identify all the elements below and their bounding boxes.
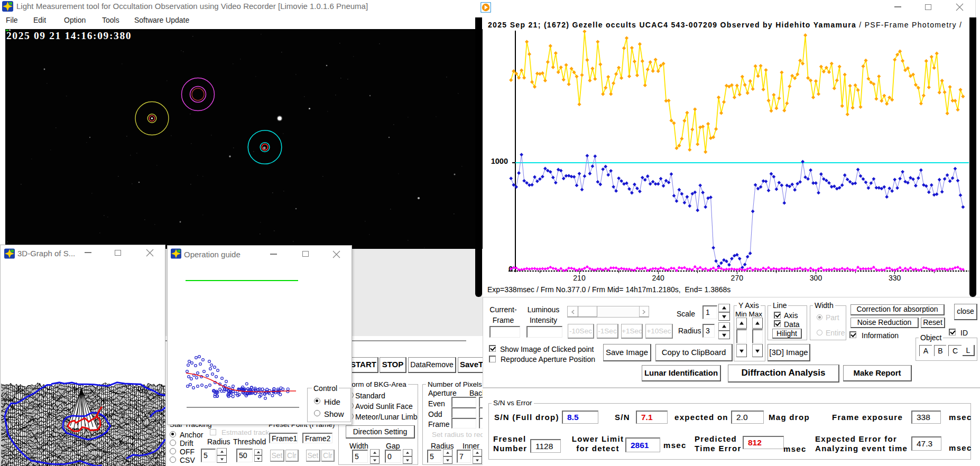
- svg-text:330: 330: [889, 274, 901, 282]
- svg-text:210: 210: [573, 274, 586, 282]
- svg-text:270: 270: [731, 274, 744, 282]
- svg-text:1000: 1000: [491, 157, 508, 165]
- svg-text:240: 240: [652, 274, 665, 282]
- svg-text:300: 300: [810, 274, 822, 282]
